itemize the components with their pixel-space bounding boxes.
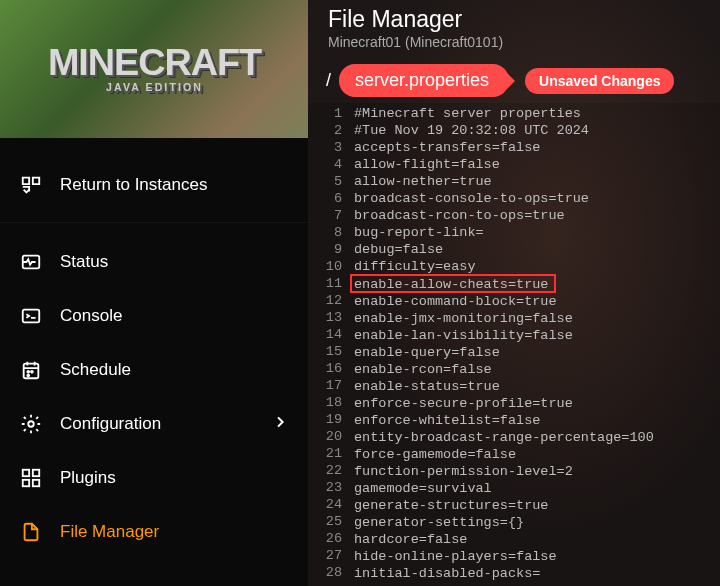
configuration-icon [20,413,42,435]
code-line[interactable]: allow-flight=false [350,156,720,173]
code-line[interactable]: generate-structures=true [350,497,720,514]
code-line[interactable]: enable-allow-cheats=true [350,274,556,293]
svg-rect-9 [23,480,29,486]
line-number: 4 [308,156,342,173]
breadcrumb: / server.properties Unsaved Changes [308,58,720,103]
line-number-gutter: 1234567891011121314151617181920212223242… [308,103,350,586]
line-number: 12 [308,292,342,309]
logo-text: MINECRAFT JAVA EDITION [47,45,260,93]
sidebar-item-plugins[interactable]: Plugins [0,451,308,505]
line-number: 14 [308,326,342,343]
nav-label: Status [60,252,108,272]
code-line[interactable]: accepts-transfers=false [350,139,720,156]
line-number: 15 [308,343,342,360]
line-number: 22 [308,462,342,479]
return-icon [20,174,42,196]
code-line[interactable]: function-permission-level=2 [350,463,720,480]
unsaved-changes-badge: Unsaved Changes [525,68,674,94]
line-number: 9 [308,241,342,258]
svg-point-4 [31,371,33,373]
line-number: 3 [308,139,342,156]
sidebar-item-file-manager[interactable]: File Manager [0,505,308,559]
status-icon [20,251,42,273]
line-number: 8 [308,224,342,241]
sidebar-item-status[interactable]: Status [0,235,308,289]
console-icon [20,305,42,327]
sidebar: MINECRAFT JAVA EDITION Return to Instanc… [0,0,308,586]
file-manager-icon [20,521,42,543]
nav-label: File Manager [60,522,159,542]
nav-label: Return to Instances [60,175,207,195]
svg-rect-1 [23,310,40,323]
code-content[interactable]: #Minecraft server properties#Tue Nov 19 … [350,103,720,586]
code-line[interactable]: broadcast-rcon-to-ops=true [350,207,720,224]
nav-label: Schedule [60,360,131,380]
code-line[interactable]: initial-disabled-packs= [350,565,720,582]
chevron-right-icon [272,414,288,435]
code-editor[interactable]: 1234567891011121314151617181920212223242… [308,103,720,586]
code-line[interactable]: gamemode=survival [350,480,720,497]
code-line[interactable]: difficulty=easy [350,258,720,275]
code-line[interactable]: bug-report-link= [350,224,720,241]
code-line[interactable]: force-gamemode=false [350,446,720,463]
code-line[interactable]: #Minecraft server properties [350,105,720,122]
line-number: 21 [308,445,342,462]
instance-logo[interactable]: MINECRAFT JAVA EDITION [0,0,308,138]
code-line[interactable]: allow-nether=true [350,173,720,190]
svg-rect-10 [33,480,39,486]
code-line[interactable]: enable-command-block=true [350,293,720,310]
code-line[interactable]: enable-query=false [350,344,720,361]
nav-label: Plugins [60,468,116,488]
line-number: 28 [308,564,342,581]
code-line[interactable]: enable-status=true [350,378,720,395]
line-number: 18 [308,394,342,411]
code-line[interactable]: enable-jmx-monitoring=false [350,310,720,327]
code-line[interactable]: entity-broadcast-range-percentage=100 [350,429,720,446]
code-line[interactable]: enforce-secure-profile=true [350,395,720,412]
line-number: 11 [308,275,342,292]
sidebar-nav: Return to Instances Status Console Sched… [0,138,308,586]
page-header: File Manager Minecraft01 (Minecraft0101) [308,0,720,58]
plugins-icon [20,467,42,489]
page-subtitle: Minecraft01 (Minecraft0101) [328,34,700,50]
line-number: 19 [308,411,342,428]
svg-rect-7 [23,470,29,476]
line-number: 13 [308,309,342,326]
sidebar-item-configuration[interactable]: Configuration [0,397,308,451]
svg-point-5 [27,375,29,377]
line-number: 10 [308,258,342,275]
svg-rect-8 [33,470,39,476]
line-number: 1 [308,105,342,122]
line-number: 25 [308,513,342,530]
code-line[interactable]: enable-rcon=false [350,361,720,378]
line-number: 2 [308,122,342,139]
line-number: 20 [308,428,342,445]
line-number: 5 [308,173,342,190]
line-number: 16 [308,360,342,377]
line-number: 23 [308,479,342,496]
code-line[interactable]: generator-settings={} [350,514,720,531]
breadcrumb-root[interactable]: / [326,70,331,91]
code-line[interactable]: enable-lan-visibility=false [350,327,720,344]
return-to-instances[interactable]: Return to Instances [0,148,308,223]
line-number: 17 [308,377,342,394]
nav-label: Configuration [60,414,161,434]
line-number: 7 [308,207,342,224]
schedule-icon [20,359,42,381]
svg-point-6 [28,421,34,427]
code-line[interactable]: #Tue Nov 19 20:32:08 UTC 2024 [350,122,720,139]
line-number: 24 [308,496,342,513]
code-line[interactable]: debug=false [350,241,720,258]
line-number: 27 [308,547,342,564]
code-line[interactable]: hide-online-players=false [350,548,720,565]
code-line[interactable]: broadcast-console-to-ops=true [350,190,720,207]
sidebar-item-console[interactable]: Console [0,289,308,343]
svg-point-3 [27,371,29,373]
breadcrumb-file[interactable]: server.properties [339,64,509,97]
nav-label: Console [60,306,122,326]
code-line[interactable]: hardcore=false [350,531,720,548]
page-title: File Manager [328,6,700,33]
line-number: 26 [308,530,342,547]
code-line[interactable]: enforce-whitelist=false [350,412,720,429]
sidebar-item-schedule[interactable]: Schedule [0,343,308,397]
